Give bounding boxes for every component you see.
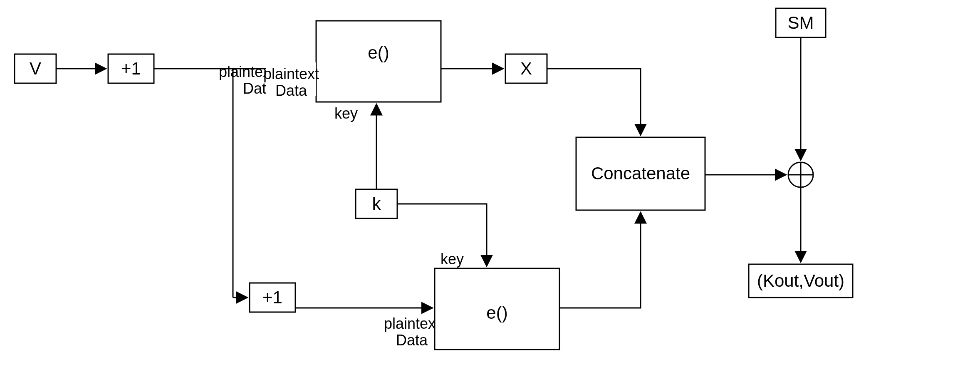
label-v: V [30, 59, 41, 78]
block-e2: e() [435, 268, 559, 350]
label-e2-key: key [441, 250, 464, 268]
block-inc2: +1 [250, 283, 295, 312]
label-e2-data: Data [396, 332, 428, 349]
label-e1-data2: Data [275, 82, 307, 99]
diagram-canvas: V +1 e() plaintext Data plaintext Data k… [0, 0, 980, 372]
arrow-e2-to-concat [559, 212, 641, 308]
label-concat: Concatenate [591, 164, 690, 183]
label-x: X [520, 59, 532, 78]
label-e1: e() [368, 43, 389, 62]
block-e1: e() [316, 21, 441, 102]
block-out: (Kout,Vout) [749, 264, 853, 298]
label-e1-key: key [334, 105, 358, 122]
label-inc2: +1 [262, 288, 282, 307]
arrow-x-to-concat [547, 69, 641, 135]
label-out: (Kout,Vout) [757, 271, 844, 290]
xor-node [788, 162, 813, 187]
block-inc1: +1 [108, 54, 154, 83]
label-e2: e() [486, 303, 507, 322]
block-sm: SM [776, 8, 826, 37]
label-e1-plaintext2: plaintext [263, 65, 319, 82]
block-v: V [15, 54, 56, 83]
label-inc1: +1 [121, 59, 141, 78]
label-e2-plaintext: plaintext [384, 315, 440, 332]
label-sm: SM [788, 13, 814, 32]
block-x: X [505, 54, 547, 83]
block-concat: Concatenate [576, 137, 705, 210]
block-k: k [356, 189, 397, 218]
label-k: k [372, 194, 381, 213]
